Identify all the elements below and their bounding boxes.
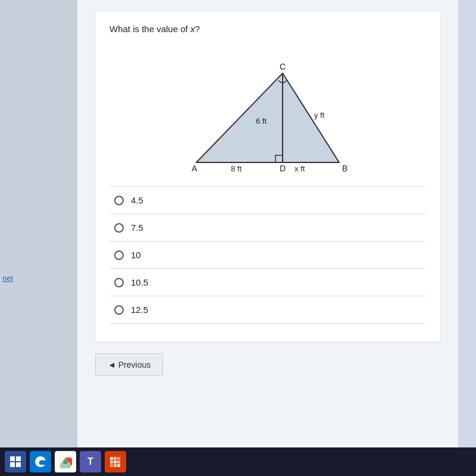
previous-button[interactable]: ◄ Previous: [95, 353, 163, 376]
choice-label-a: 4.5: [131, 195, 143, 205]
svg-rect-22: [110, 464, 113, 467]
choice-item-b[interactable]: 7.5: [109, 214, 426, 242]
radio-e[interactable]: [114, 305, 124, 315]
svg-rect-24: [117, 464, 120, 467]
radio-d[interactable]: [114, 278, 124, 287]
main-content: What is the value of x? A B C D: [77, 0, 458, 447]
question-text: What is the value of x?: [109, 24, 426, 34]
sidebar-left: net: [0, 0, 77, 447]
radio-b[interactable]: [114, 223, 124, 233]
choice-item-e[interactable]: 12.5: [109, 296, 426, 324]
start-button[interactable]: [5, 451, 26, 472]
svg-rect-20: [114, 461, 117, 464]
svg-text:B: B: [342, 164, 347, 173]
question-suffix: ?: [195, 24, 199, 34]
office-icon[interactable]: [105, 451, 126, 472]
choice-item-a[interactable]: 4.5: [109, 187, 426, 214]
svg-rect-13: [10, 462, 15, 467]
svg-text:x ft: x ft: [295, 164, 305, 173]
svg-rect-23: [114, 464, 117, 467]
choice-item-c[interactable]: 10: [109, 242, 426, 269]
svg-rect-16: [110, 457, 113, 460]
choice-item-d[interactable]: 10.5: [109, 269, 426, 296]
net-link[interactable]: net: [2, 274, 13, 283]
choice-label-e: 12.5: [131, 305, 148, 315]
radio-c[interactable]: [114, 250, 124, 260]
svg-rect-11: [10, 456, 15, 461]
svg-text:C: C: [280, 62, 286, 71]
chrome-icon[interactable]: [55, 451, 76, 472]
svg-rect-19: [110, 461, 113, 464]
svg-rect-12: [16, 456, 21, 461]
question-panel: What is the value of x? A B C D: [95, 12, 440, 342]
svg-rect-14: [16, 462, 21, 467]
choice-label-b: 7.5: [131, 223, 143, 233]
diagram-container: A B C D 6 ft 8 ft x ft y ft: [109, 43, 426, 174]
svg-text:A: A: [192, 164, 198, 173]
svg-text:D: D: [280, 164, 286, 173]
svg-text:y ft: y ft: [314, 111, 325, 120]
svg-rect-17: [114, 457, 117, 460]
choices-container: 4.5 7.5 10 10.5 12.5: [109, 186, 426, 324]
geometry-diagram: A B C D 6 ft 8 ft x ft y ft: [178, 43, 357, 174]
question-prefix: What is the value of: [109, 24, 190, 34]
edge-icon[interactable]: [30, 451, 51, 472]
radio-a[interactable]: [114, 196, 124, 205]
svg-rect-21: [117, 461, 120, 464]
svg-text:6 ft: 6 ft: [256, 117, 267, 126]
choice-label-d: 10.5: [131, 277, 148, 287]
teams-icon[interactable]: T: [80, 451, 101, 472]
svg-text:8 ft: 8 ft: [231, 164, 242, 173]
taskbar: T: [0, 447, 476, 476]
svg-rect-18: [117, 457, 120, 460]
choice-label-c: 10: [131, 250, 141, 260]
